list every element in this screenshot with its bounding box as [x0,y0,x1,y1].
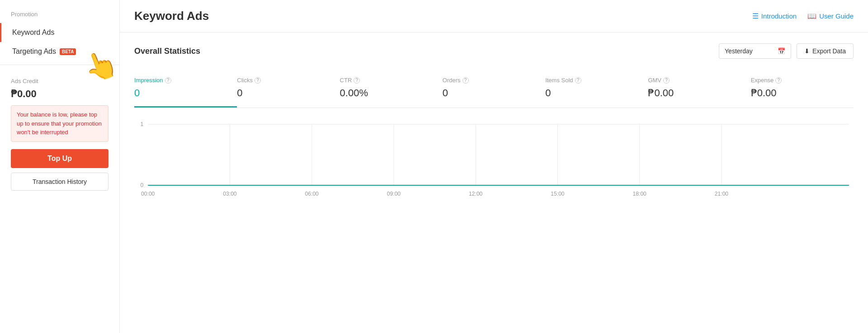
introduction-label: Introduction [761,12,797,20]
sidebar-divider [0,65,119,65]
svg-text:21:00: 21:00 [715,191,729,197]
metric-orders[interactable]: Orders ? 0 [443,70,545,108]
svg-text:1: 1 [140,121,143,127]
gmv-info-icon: ? [663,77,670,84]
sidebar: Promotion Keyword Ads Targeting Ads BETA… [0,0,120,333]
stats-section: Overall Statistics Yesterday 📅 ⬇ Export … [120,33,868,333]
svg-text:0: 0 [140,182,143,188]
metric-clicks[interactable]: Clicks ? 0 [237,70,340,108]
metric-orders-label: Orders ? [443,77,545,84]
svg-text:15:00: 15:00 [551,191,565,197]
main-content: Keyword Ads ☰ Introduction 📖 User Guide … [120,0,868,333]
calendar-icon: 📅 [778,47,785,55]
metric-ctr-label: CTR ? [340,77,443,84]
metric-expense-value: ₱0.00 [751,87,854,99]
metric-impression-label: Impression ? [134,77,237,84]
metric-gmv[interactable]: GMV ? ₱0.00 [648,70,750,108]
chart-svg: 1 0 00:00 03:00 06:00 09:00 12:00 15:00 … [134,115,854,206]
metric-impression-value: 0 [134,87,237,99]
beta-badge: BETA [60,48,76,55]
page-title: Keyword Ads [134,9,209,23]
items-sold-info-icon: ? [575,77,581,84]
metric-ctr[interactable]: CTR ? 0.00% [340,70,443,108]
sidebar-item-targeting-ads[interactable]: Targeting Ads BETA [0,42,119,61]
ads-credit-label: Ads Credit [11,78,108,84]
ads-credit-amount: ₱0.00 [11,88,108,100]
impression-info-icon: ? [165,77,171,84]
metric-gmv-value: ₱0.00 [648,87,750,99]
metric-gmv-label: GMV ? [648,77,750,84]
svg-text:18:00: 18:00 [633,191,647,197]
export-button[interactable]: ⬇ Export Data [797,43,854,59]
sidebar-nav: Keyword Ads Targeting Ads BETA [0,23,119,61]
introduction-link[interactable]: ☰ Introduction [752,12,797,20]
metric-expense[interactable]: Expense ? ₱0.00 [751,70,854,108]
date-value: Yesterday [725,47,753,55]
user-guide-link[interactable]: 📖 User Guide [807,12,854,20]
sidebar-section-title: Promotion [0,0,119,23]
svg-text:06:00: 06:00 [305,191,319,197]
orders-info-icon: ? [462,77,469,84]
user-guide-label: User Guide [819,12,854,20]
svg-text:03:00: 03:00 [223,191,237,197]
main-header: Keyword Ads ☰ Introduction 📖 User Guide [120,0,868,33]
metric-orders-value: 0 [443,87,545,99]
svg-text:09:00: 09:00 [387,191,401,197]
clicks-info-icon: ? [255,77,261,84]
metric-items-sold-value: 0 [545,87,648,99]
list-icon: ☰ [752,12,759,20]
metric-clicks-value: 0 [237,87,340,99]
ads-credit-section: Ads Credit ₱0.00 Your balance is low, pl… [0,69,119,200]
metric-items-sold[interactable]: Items Sold ? 0 [545,70,648,108]
top-up-button[interactable]: Top Up [11,149,108,168]
metric-impression[interactable]: Impression ? 0 [134,70,237,108]
metric-ctr-value: 0.00% [340,87,443,99]
metric-items-sold-label: Items Sold ? [545,77,648,84]
header-links: ☰ Introduction 📖 User Guide [752,12,854,20]
sidebar-item-label: Targeting Ads [12,47,56,56]
svg-text:00:00: 00:00 [141,191,155,197]
stats-title: Overall Statistics [134,47,200,56]
metrics-row: Impression ? 0 Clicks ? 0 CTR ? 0.00% [134,70,854,108]
book-icon: 📖 [807,12,816,20]
export-label: Export Data [812,47,846,55]
ctr-info-icon: ? [354,77,360,84]
metric-clicks-label: Clicks ? [237,77,340,84]
download-icon: ⬇ [804,47,810,55]
stats-controls: Yesterday 📅 ⬇ Export Data [719,43,854,59]
transaction-history-button[interactable]: Transaction History [11,173,108,191]
stats-header: Overall Statistics Yesterday 📅 ⬇ Export … [134,43,854,59]
expense-info-icon: ? [775,77,782,84]
sidebar-item-keyword-ads[interactable]: Keyword Ads [0,23,119,42]
metric-expense-label: Expense ? [751,77,854,84]
svg-text:12:00: 12:00 [469,191,483,197]
date-picker[interactable]: Yesterday 📅 [719,43,791,59]
chart-container: 1 0 00:00 03:00 06:00 09:00 12:00 15:00 … [134,115,854,206]
balance-warning: Your balance is low, please top up to en… [11,105,108,142]
sidebar-item-label: Keyword Ads [12,28,54,37]
